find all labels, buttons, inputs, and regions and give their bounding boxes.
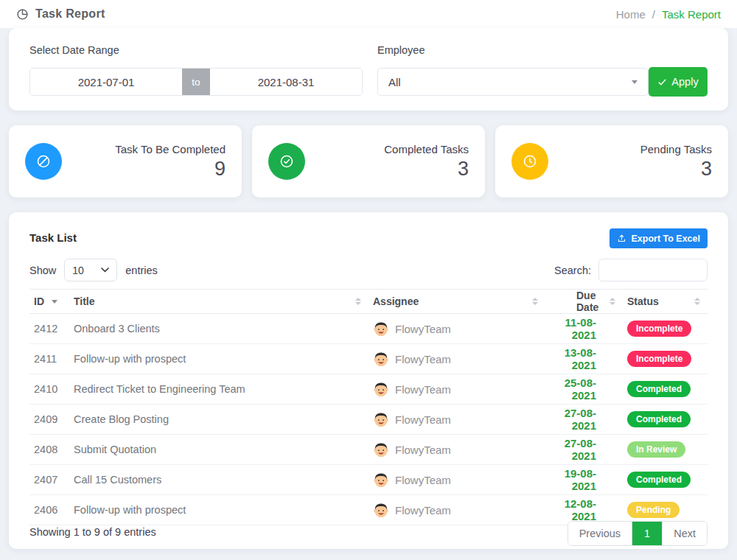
sort-icon [355, 298, 361, 305]
employee-select[interactable]: All [377, 68, 649, 96]
search-control: Search: [554, 259, 708, 281]
search-label: Search: [554, 265, 591, 276]
table-row[interactable]: 2408 Submit Quotation FlowyTeam [29, 435, 708, 465]
task-title-cell: Onboard 3 Clients [69, 314, 368, 344]
topbar: Task Report Home / Task Report [0, 0, 737, 28]
assignee-name: FlowyTeam [395, 323, 451, 335]
task-id-cell: 2406 [29, 495, 69, 525]
stat-value: 3 [640, 158, 712, 181]
page-title: Task Report [35, 7, 105, 21]
task-assignee-cell: FlowyTeam [368, 314, 545, 344]
column-header-assignee[interactable]: Assignee [368, 290, 545, 314]
stat-icon-circle-1 [268, 143, 305, 180]
task-list-panel: Task List Export To Excel Show 10 entrie… [9, 212, 728, 549]
apply-button[interactable]: Apply [649, 67, 708, 97]
table-header-row: ID Title Assignee [29, 290, 708, 314]
task-assignee-cell: FlowyTeam [368, 374, 545, 405]
task-title-cell: Submit Quotation [69, 435, 368, 465]
task-due-date-cell: 11-08-2021 [545, 314, 623, 344]
task-due-date-cell: 27-08-2021 [545, 435, 623, 465]
assignee-avatar [373, 502, 389, 518]
sort-icon [532, 298, 538, 305]
status-badge: Incomplete [627, 321, 691, 337]
export-to-excel-button[interactable]: Export To Excel [609, 228, 708, 248]
task-due-date-cell: 13-08-2021 [545, 344, 623, 374]
column-header-status[interactable]: Status [623, 290, 708, 314]
assignee-name: FlowyTeam [395, 444, 451, 456]
stat-value: 3 [384, 158, 469, 181]
table-row[interactable]: 2407 Call 15 Customers FlowyTeam [29, 465, 708, 495]
date-from-input[interactable] [30, 69, 182, 95]
chevron-down-icon [101, 267, 109, 273]
status-badge: Incomplete [627, 351, 691, 367]
assignee-name: FlowyTeam [395, 413, 451, 426]
table-row[interactable]: 2411 Follow-up with prospect FlowyTeam [29, 344, 708, 374]
task-table: ID Title Assignee [29, 289, 708, 525]
status-badge: Completed [627, 472, 691, 488]
task-status-cell: Completed [623, 405, 708, 435]
task-due-date-cell: 19-08-2021 [545, 465, 623, 495]
task-title-cell: Follow-up with prospect [69, 344, 368, 374]
assignee-avatar [373, 441, 389, 458]
stat-card-todo: Task To Be Completed 9 [9, 125, 242, 197]
column-label: Status [627, 295, 659, 307]
task-due-date-cell: 25-08-2021 [545, 374, 623, 405]
page-number-button[interactable]: 1 [632, 522, 662, 545]
sort-desc-icon [52, 300, 57, 304]
previous-page-button[interactable]: Previous [568, 522, 632, 545]
assignee-avatar [373, 411, 389, 427]
stat-label: Task To Be Completed [115, 143, 226, 155]
column-label: ID [34, 295, 44, 307]
entries-summary: Showing 1 to 9 of 9 entries [29, 526, 156, 538]
show-label: Show [29, 265, 56, 276]
task-status-cell: Completed [623, 374, 708, 405]
task-title-cell: Create Blog Posting [69, 405, 368, 435]
breadcrumb-home-link[interactable]: Home [616, 8, 646, 21]
chevron-down-icon [632, 80, 638, 84]
task-assignee-cell: FlowyTeam [368, 495, 545, 525]
employee-selected-value: All [388, 76, 401, 88]
page-header: Task Report [16, 7, 105, 21]
breadcrumb-separator: / [652, 8, 655, 21]
task-assignee-cell: FlowyTeam [368, 405, 545, 435]
task-id-cell: 2410 [29, 374, 69, 405]
apply-button-label: Apply [671, 76, 698, 88]
date-to-input[interactable] [210, 69, 362, 95]
stat-card-pending: Pending Tasks 3 [495, 125, 728, 197]
assignee-name: FlowyTeam [395, 474, 451, 486]
page-size-select[interactable]: 10 [64, 259, 117, 281]
column-header-id[interactable]: ID [29, 290, 69, 314]
task-id-cell: 2412 [29, 314, 69, 344]
table-row[interactable]: 2412 Onboard 3 Clients FlowyTeam [29, 314, 708, 344]
task-assignee-cell: FlowyTeam [368, 465, 545, 495]
column-header-due-date[interactable]: Due Date [545, 290, 623, 314]
status-badge: Pending [627, 502, 680, 518]
next-page-button[interactable]: Next [662, 522, 707, 545]
pagination: Previous 1 Next [567, 521, 708, 546]
column-label: Due Date [576, 290, 609, 313]
assignee-name: FlowyTeam [395, 504, 451, 517]
task-id-cell: 2407 [29, 465, 69, 495]
table-row[interactable]: 2410 Redirect Ticket to Engineering Team… [29, 374, 708, 405]
task-id-cell: 2408 [29, 435, 69, 465]
filter-panel: Select Date Range Employee to All Apply [9, 28, 728, 111]
stat-value: 9 [115, 158, 226, 181]
task-id-cell: 2411 [29, 344, 69, 374]
employee-label: Employee [377, 44, 425, 56]
date-range-separator: to [182, 69, 210, 95]
table-row[interactable]: 2409 Create Blog Posting FlowyTeam [29, 405, 708, 435]
column-label: Assignee [373, 295, 419, 307]
task-status-cell: Completed [623, 465, 708, 495]
column-header-title[interactable]: Title [69, 290, 368, 314]
search-input[interactable] [598, 259, 708, 281]
date-range-picker: to [29, 68, 363, 96]
assignee-name: FlowyTeam [395, 353, 451, 365]
task-status-cell: In Review [623, 435, 708, 465]
stat-label: Completed Tasks [384, 143, 469, 155]
status-badge: In Review [627, 441, 685, 458]
task-status-cell: Incomplete [623, 344, 708, 374]
ban-circle-icon [35, 153, 52, 170]
breadcrumb-current: Task Report [662, 8, 721, 21]
entries-label: entries [125, 265, 158, 276]
task-title-cell: Follow-up with prospect [69, 495, 368, 525]
